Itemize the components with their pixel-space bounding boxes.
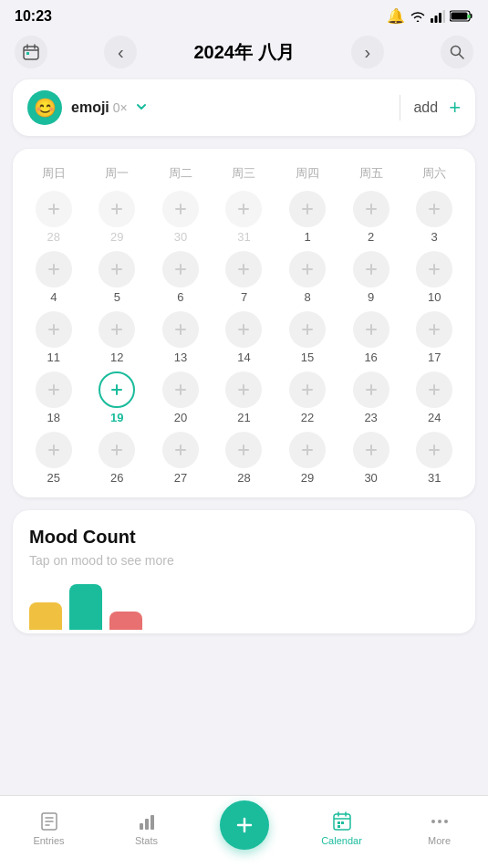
calendar-day-cell[interactable]: 25 (22, 430, 86, 486)
mood-bar-2[interactable] (69, 584, 102, 630)
calendar-day-cell[interactable]: 31 (402, 430, 466, 486)
calendar-day-circle[interactable] (162, 371, 199, 408)
add-label: add (413, 99, 438, 116)
more-icon (429, 810, 451, 832)
calendar-day-circle[interactable] (99, 371, 135, 408)
calendar-day-cell[interactable]: 27 (149, 430, 213, 486)
calendar-day-cell[interactable]: 22 (275, 370, 339, 426)
calendar-nav-icon (331, 810, 353, 832)
nav-stats[interactable]: Stats (98, 810, 195, 853)
calendar-day-circle[interactable] (289, 432, 326, 468)
calendar-day-cell[interactable]: 11 (22, 309, 86, 366)
calendar-day-cell[interactable]: 8 (275, 249, 339, 306)
calendar-day-cell[interactable]: 31 (213, 189, 276, 246)
calendar-day-cell[interactable]: 1 (275, 189, 339, 246)
dropdown-icon[interactable] (135, 99, 148, 118)
calendar-day-number: 20 (174, 411, 187, 424)
calendar-day-cell[interactable]: 21 (213, 370, 276, 426)
calendar-day-circle[interactable] (99, 311, 135, 348)
calendar-day-circle[interactable] (225, 251, 262, 288)
calendar-day-circle[interactable] (416, 371, 452, 408)
calendar-day-cell[interactable]: 4 (22, 249, 86, 306)
calendar-day-circle[interactable] (416, 432, 452, 468)
nav-fab[interactable] (195, 800, 293, 864)
nav-entries[interactable]: Entries (0, 810, 98, 853)
calendar-day-cell[interactable]: 19 (86, 370, 150, 426)
mood-chart (29, 579, 459, 633)
svg-rect-2 (439, 13, 441, 23)
prev-month-button[interactable]: ‹ (104, 36, 137, 68)
calendar-day-cell[interactable]: 7 (213, 249, 276, 306)
calendar-day-cell[interactable]: 30 (339, 430, 403, 486)
calendar-day-circle[interactable] (289, 191, 326, 227)
calendar-day-cell[interactable]: 26 (86, 430, 150, 486)
calendar-day-circle[interactable] (225, 432, 262, 468)
mood-bar-3[interactable] (109, 612, 142, 630)
calendar-day-circle[interactable] (99, 191, 135, 227)
calendar-day-circle[interactable] (353, 371, 389, 408)
more-label: More (428, 835, 451, 846)
calendar-day-circle[interactable] (162, 432, 199, 468)
calendar-day-circle[interactable] (36, 251, 72, 288)
today-button[interactable] (15, 36, 47, 68)
header-title: 2024年 八月 (193, 40, 294, 65)
calendar-day-cell[interactable]: 18 (22, 370, 86, 426)
calendar-day-number: 22 (301, 411, 314, 424)
calendar-day-circle[interactable] (162, 191, 199, 227)
calendar-day-circle[interactable] (99, 432, 135, 468)
calendar-day-circle[interactable] (36, 311, 72, 348)
calendar-day-cell[interactable]: 14 (213, 309, 276, 366)
calendar-day-circle[interactable] (162, 311, 199, 348)
add-button[interactable]: + (449, 96, 461, 120)
calendar-day-number: 28 (47, 230, 60, 244)
calendar-day-cell[interactable]: 28 (213, 430, 276, 486)
nav-calendar[interactable]: Calendar (293, 810, 390, 853)
emoji-avatar[interactable]: 😊 (27, 90, 62, 125)
search-button[interactable] (441, 36, 473, 68)
calendar-day-cell[interactable]: 12 (86, 309, 150, 366)
calendar-day-cell[interactable]: 15 (275, 309, 339, 366)
calendar-day-circle[interactable] (416, 251, 452, 288)
calendar-day-circle[interactable] (353, 432, 389, 468)
calendar-day-cell[interactable]: 6 (149, 249, 213, 306)
calendar-day-circle[interactable] (289, 311, 326, 348)
nav-more[interactable]: More (390, 810, 488, 853)
calendar-day-number: 30 (174, 230, 187, 244)
calendar-day-circle[interactable] (225, 311, 262, 348)
calendar-day-circle[interactable] (289, 371, 326, 408)
calendar-day-cell[interactable]: 17 (402, 309, 466, 366)
calendar-day-circle[interactable] (36, 191, 72, 227)
calendar-day-cell[interactable]: 30 (149, 189, 213, 246)
calendar-day-cell[interactable]: 13 (149, 309, 213, 366)
svg-rect-8 (24, 47, 38, 59)
emoji-label: emoji (71, 99, 109, 116)
calendar-day-cell[interactable]: 29 (275, 430, 339, 486)
calendar-day-cell[interactable]: 28 (22, 189, 86, 246)
calendar-day-circle[interactable] (353, 191, 389, 227)
calendar-day-circle[interactable] (416, 191, 452, 227)
calendar-day-circle[interactable] (36, 371, 72, 408)
calendar-day-number: 25 (47, 471, 60, 485)
calendar-day-cell[interactable]: 23 (339, 370, 403, 426)
calendar-day-circle[interactable] (99, 251, 135, 288)
calendar-day-circle[interactable] (289, 251, 326, 288)
calendar-day-cell[interactable]: 9 (339, 249, 403, 306)
calendar-day-circle[interactable] (416, 311, 452, 348)
calendar-day-cell[interactable]: 20 (149, 370, 213, 426)
calendar-day-circle[interactable] (36, 432, 72, 468)
calendar-day-circle[interactable] (162, 251, 199, 288)
calendar-day-circle[interactable] (353, 311, 389, 348)
calendar-day-cell[interactable]: 5 (86, 249, 150, 306)
calendar-day-circle[interactable] (353, 251, 389, 288)
calendar-day-cell[interactable]: 24 (402, 370, 466, 426)
calendar-day-cell[interactable]: 10 (402, 249, 466, 306)
calendar-day-cell[interactable]: 2 (339, 189, 403, 246)
calendar-day-circle[interactable] (225, 371, 262, 408)
mood-bar-1[interactable] (29, 602, 62, 630)
calendar-day-cell[interactable]: 3 (402, 189, 466, 246)
fab-plus-button[interactable] (220, 800, 269, 850)
calendar-day-cell[interactable]: 29 (86, 189, 150, 246)
next-month-button[interactable]: › (351, 36, 384, 68)
calendar-day-cell[interactable]: 16 (339, 309, 403, 366)
calendar-day-circle[interactable] (225, 191, 262, 227)
